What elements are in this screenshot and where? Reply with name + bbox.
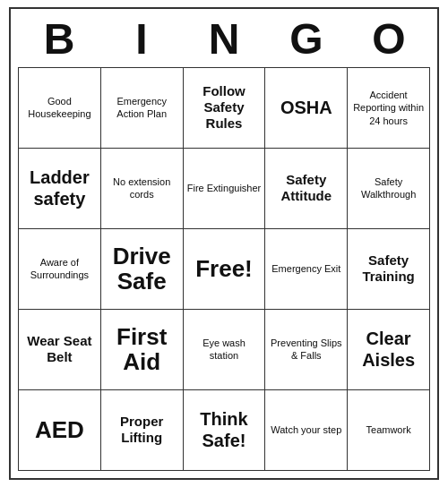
cell-r3-c1: First Aid bbox=[101, 310, 184, 390]
cell-text-r4-c1: Proper Lifting bbox=[105, 414, 179, 446]
cell-r0-c0: Good Housekeeping bbox=[19, 68, 101, 149]
cell-r1-c4: Safety Walkthrough bbox=[348, 149, 430, 229]
cell-r2-c1: Drive Safe bbox=[101, 229, 184, 310]
cell-r2-c2: Free! bbox=[184, 229, 266, 310]
cell-r1-c1: No extension cords bbox=[101, 149, 184, 229]
bingo-card: BINGO Good HousekeepingEmergency Action … bbox=[9, 7, 439, 480]
cell-text-r0-c3: OSHA bbox=[280, 97, 332, 118]
cell-text-r1-c3: Safety Attitude bbox=[269, 172, 343, 204]
cell-text-r2-c1: Drive Safe bbox=[105, 244, 179, 295]
bingo-letter-o: O bbox=[348, 16, 430, 64]
bingo-grid: Good HousekeepingEmergency Action PlanFo… bbox=[18, 67, 430, 471]
cell-r3-c0: Wear Seat Belt bbox=[19, 310, 101, 390]
cell-r4-c4: Teamwork bbox=[348, 390, 430, 471]
cell-text-r3-c4: Clear Aisles bbox=[351, 328, 426, 371]
cell-text-r4-c2: Think Safe! bbox=[187, 408, 262, 451]
cell-r0-c2: Follow Safety Rules bbox=[184, 68, 266, 149]
bingo-header: BINGO bbox=[18, 16, 430, 64]
cell-text-r1-c0: Ladder safety bbox=[22, 167, 97, 209]
cell-text-r0-c2: Follow Safety Rules bbox=[187, 83, 262, 132]
cell-text-r4-c3: Watch your step bbox=[271, 423, 341, 436]
cell-text-r0-c1: Emergency Action Plan bbox=[105, 95, 179, 121]
cell-r0-c1: Emergency Action Plan bbox=[101, 68, 184, 149]
bingo-letter-n: N bbox=[183, 16, 265, 64]
cell-text-r1-c1: No extension cords bbox=[105, 175, 179, 201]
cell-text-r4-c0: AED bbox=[35, 417, 84, 443]
bingo-letter-g: G bbox=[265, 16, 348, 64]
cell-text-r3-c2: Eye wash station bbox=[187, 337, 262, 363]
cell-text-r3-c0: Wear Seat Belt bbox=[22, 333, 97, 365]
cell-r2-c4: Safety Training bbox=[348, 229, 430, 310]
cell-r1-c0: Ladder safety bbox=[19, 149, 101, 229]
cell-text-r2-c4: Safety Training bbox=[351, 252, 426, 285]
cell-text-r4-c4: Teamwork bbox=[366, 423, 411, 436]
cell-r1-c3: Safety Attitude bbox=[265, 149, 348, 229]
cell-r4-c0: AED bbox=[19, 390, 101, 471]
cell-r4-c2: Think Safe! bbox=[184, 390, 266, 471]
cell-r3-c2: Eye wash station bbox=[184, 310, 266, 390]
cell-text-r1-c2: Fire Extinguisher bbox=[187, 182, 262, 194]
cell-r3-c3: Preventing Slips & Falls bbox=[265, 310, 348, 390]
cell-text-r3-c3: Preventing Slips & Falls bbox=[269, 337, 343, 363]
cell-text-r2-c2: Free! bbox=[195, 256, 253, 282]
cell-text-r3-c1: First Aid bbox=[105, 324, 179, 375]
cell-text-r0-c0: Good Housekeeping bbox=[22, 95, 97, 121]
cell-r3-c4: Clear Aisles bbox=[348, 310, 430, 390]
cell-r4-c1: Proper Lifting bbox=[101, 390, 184, 471]
cell-r2-c0: Aware of Surroundings bbox=[19, 229, 101, 310]
bingo-letter-b: B bbox=[18, 16, 100, 64]
cell-r4-c3: Watch your step bbox=[265, 390, 348, 471]
cell-text-r2-c3: Emergency Exit bbox=[271, 262, 340, 275]
cell-text-r2-c0: Aware of Surroundings bbox=[22, 256, 97, 282]
cell-r0-c4: Accident Reporting within 24 hours bbox=[348, 68, 430, 149]
cell-r2-c3: Emergency Exit bbox=[265, 229, 348, 310]
cell-r0-c3: OSHA bbox=[265, 68, 348, 149]
cell-r1-c2: Fire Extinguisher bbox=[184, 149, 266, 229]
cell-text-r1-c4: Safety Walkthrough bbox=[351, 175, 426, 201]
cell-text-r0-c4: Accident Reporting within 24 hours bbox=[351, 89, 426, 127]
bingo-letter-i: I bbox=[100, 16, 183, 64]
